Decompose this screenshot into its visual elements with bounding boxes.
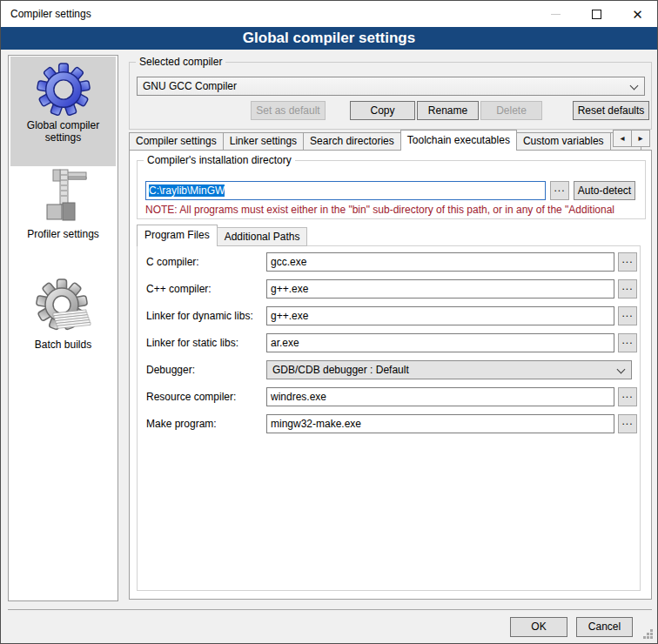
sidebar-item-label: Profiler settings bbox=[10, 228, 116, 240]
dynamic-linker-input[interactable] bbox=[266, 306, 614, 325]
group-label: Selected compiler bbox=[136, 56, 225, 68]
tab-linker-settings[interactable]: Linker settings bbox=[223, 132, 304, 151]
delete-button: Delete bbox=[480, 101, 542, 120]
sidebar-item-label: Global compiler settings bbox=[10, 119, 116, 144]
browse-make-program-button[interactable]: ... bbox=[618, 414, 637, 433]
close-button[interactable]: ✕ bbox=[618, 1, 657, 27]
resize-grip[interactable] bbox=[650, 629, 653, 632]
minimize-button bbox=[536, 1, 575, 27]
tab-compiler-settings[interactable]: Compiler settings bbox=[129, 132, 224, 151]
field-label: Linker for static libs: bbox=[146, 333, 238, 352]
subtab-additional-paths[interactable]: Additional Paths bbox=[217, 227, 308, 246]
tab-scroll-arrows: ◂ ▸ bbox=[614, 130, 650, 147]
copy-button[interactable]: Copy bbox=[350, 101, 415, 120]
window-title: Compiler settings bbox=[10, 1, 91, 27]
make-program-input[interactable] bbox=[266, 414, 614, 433]
subtab-program-files[interactable]: Program Files bbox=[137, 225, 218, 246]
caliper-icon bbox=[36, 168, 91, 225]
cpp-compiler-input[interactable] bbox=[266, 279, 614, 299]
group-label: Compiler's installation directory bbox=[144, 154, 295, 166]
installation-directory-input[interactable]: C:\raylib\MinGW bbox=[145, 181, 546, 200]
c-compiler-input[interactable] bbox=[266, 252, 614, 272]
browse-c-compiler-button[interactable]: ... bbox=[618, 252, 637, 272]
rename-button[interactable]: Rename bbox=[417, 101, 479, 120]
ok-button[interactable]: OK bbox=[510, 617, 567, 637]
footer-divider bbox=[8, 609, 652, 610]
tab-toolchain-executables[interactable]: Toolchain executables bbox=[400, 130, 517, 151]
field-label: Debugger: bbox=[146, 360, 195, 379]
close-icon: ✕ bbox=[632, 8, 643, 21]
field-label: Resource compiler: bbox=[146, 387, 236, 406]
field-row-resource-compiler: Resource compiler: ... bbox=[138, 387, 640, 408]
compiler-select[interactable]: GNU GCC Compiler bbox=[137, 77, 645, 96]
browse-directory-button[interactable]: ... bbox=[550, 181, 569, 200]
gray-gear-stack-icon bbox=[36, 278, 91, 336]
tab-scroll-right-icon[interactable]: ▸ bbox=[631, 130, 650, 147]
directory-note: NOTE: All programs must exist either in … bbox=[145, 204, 643, 216]
tab-scroll-left-icon[interactable]: ◂ bbox=[613, 130, 632, 147]
sidebar-item-batch-builds[interactable]: Batch builds bbox=[10, 272, 116, 369]
field-label: Linker for dynamic libs: bbox=[146, 306, 253, 325]
settings-category-sidebar: Global compiler settings Profiler s bbox=[8, 55, 118, 601]
debugger-select-value: GDB/CDB debugger : Default bbox=[272, 364, 409, 376]
field-row-debugger: Debugger: GDB/CDB debugger : Default bbox=[138, 360, 640, 381]
static-linker-input[interactable] bbox=[266, 333, 614, 352]
debugger-select[interactable]: GDB/CDB debugger : Default bbox=[266, 360, 632, 379]
installation-directory-value: C:\raylib\MinGW bbox=[149, 184, 225, 197]
field-row-c-compiler: C compiler: ... bbox=[138, 252, 640, 273]
field-row-dynamic-linker: Linker for dynamic libs: ... bbox=[138, 306, 640, 327]
selected-compiler-group: Selected compiler GNU GCC Compiler Set a… bbox=[129, 62, 652, 130]
title-bar: Compiler settings ✕ bbox=[1, 1, 657, 27]
field-row-static-linker: Linker for static libs: ... bbox=[138, 333, 640, 354]
chevron-down-icon bbox=[630, 82, 639, 91]
reset-defaults-button[interactable]: Reset defaults bbox=[573, 101, 649, 120]
tab-search-directories[interactable]: Search directories bbox=[303, 132, 401, 151]
field-label: C compiler: bbox=[146, 252, 199, 272]
cancel-button[interactable]: Cancel bbox=[576, 617, 633, 637]
blue-gear-icon bbox=[37, 63, 91, 117]
maximize-icon bbox=[592, 10, 601, 19]
auto-detect-button[interactable]: Auto-detect bbox=[574, 181, 635, 200]
field-row-cpp-compiler: C++ compiler: ... bbox=[138, 279, 640, 300]
sidebar-item-profiler-settings[interactable]: Profiler settings bbox=[10, 166, 116, 260]
sidebar-item-global-compiler-settings[interactable]: Global compiler settings bbox=[10, 57, 116, 166]
compiler-settings-dialog: Compiler settings ✕ Global compiler sett… bbox=[0, 0, 658, 644]
sidebar-item-label: Batch builds bbox=[10, 339, 116, 351]
compiler-select-value: GNU GCC Compiler bbox=[143, 80, 237, 92]
tab-custom-variables[interactable]: Custom variables bbox=[516, 132, 611, 151]
program-files-tab-strip: Program Files Additional Paths bbox=[137, 225, 306, 246]
resource-compiler-input[interactable] bbox=[266, 387, 614, 406]
page-title: Global compiler settings bbox=[1, 27, 657, 50]
field-row-make-program: Make program: ... bbox=[138, 414, 640, 435]
browse-static-linker-button[interactable]: ... bbox=[618, 333, 637, 352]
chevron-down-icon bbox=[617, 366, 626, 374]
browse-dynamic-linker-button[interactable]: ... bbox=[618, 306, 637, 325]
minimize-icon bbox=[551, 14, 561, 15]
browse-cpp-compiler-button[interactable]: ... bbox=[618, 279, 637, 299]
set-as-default-button: Set as default bbox=[251, 101, 326, 120]
program-files-page: C compiler: ... C++ compiler: ... Linker… bbox=[137, 245, 641, 591]
field-label: C++ compiler: bbox=[146, 279, 212, 299]
field-label: Make program: bbox=[146, 414, 217, 433]
toolchain-executables-page: Compiler's installation directory C:\ray… bbox=[129, 150, 652, 600]
maximize-button[interactable] bbox=[577, 1, 616, 27]
settings-tab-strip: Compiler settings Linker settings Search… bbox=[129, 130, 652, 151]
installation-directory-group: Compiler's installation directory C:\ray… bbox=[137, 160, 646, 219]
browse-resource-compiler-button[interactable]: ... bbox=[618, 387, 637, 406]
